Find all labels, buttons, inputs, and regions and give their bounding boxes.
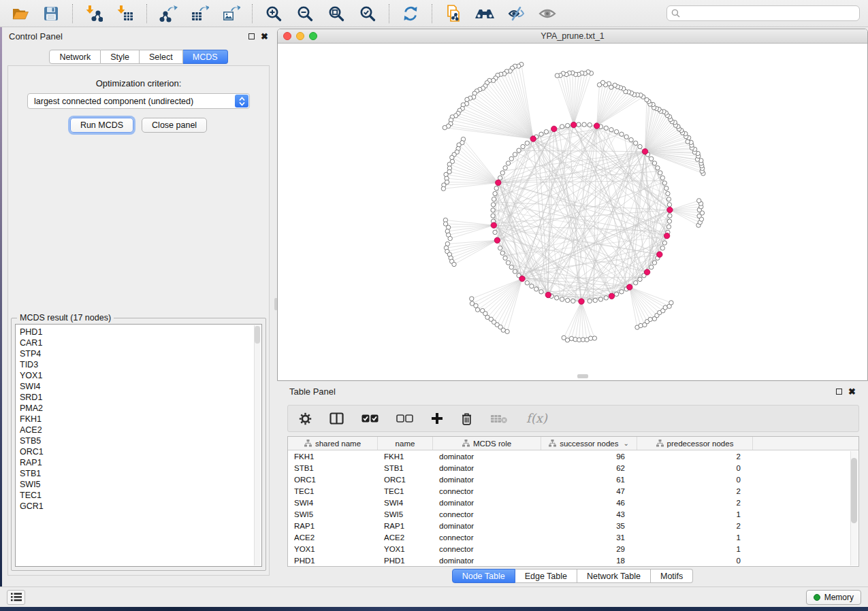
table-row[interactable]: ACE2ACE2connector311 <box>288 531 858 543</box>
node-table-body: FKH1FKH1dominator962STB1STB1dominator620… <box>288 450 858 566</box>
column-header-shared-name[interactable]: shared name <box>288 437 378 450</box>
table-row[interactable]: SWI4SWI4dominator462 <box>288 497 858 508</box>
deselect-all-rows-icon[interactable] <box>396 414 413 423</box>
toolbar-separator <box>432 4 432 23</box>
network-window-title: YPA_prune.txt_1 <box>278 31 867 41</box>
mcds-result-item[interactable]: ORC1 <box>20 446 261 457</box>
mcds-tab-content: Optimization criterion: largest connecte… <box>7 65 270 576</box>
import-table-icon[interactable] <box>111 3 140 24</box>
mcds-result-item[interactable]: CAR1 <box>20 337 261 348</box>
mcds-result-item[interactable]: STP4 <box>20 348 261 359</box>
hide-selected-icon[interactable] <box>502 3 530 24</box>
table-row[interactable]: TEC1TEC1connector472 <box>288 485 858 497</box>
mcds-result-item[interactable]: STB5 <box>20 435 261 446</box>
network-canvas[interactable] <box>278 44 867 381</box>
table-row[interactable]: YOX1YOX1connector291 <box>288 543 858 555</box>
column-header-predecessor-nodes[interactable]: predecessor nodes <box>637 437 753 450</box>
float-table-panel-icon[interactable] <box>836 389 842 395</box>
tab-network[interactable]: Network <box>49 50 101 64</box>
criterion-dropdown-value: largest connected component (undirected) <box>34 97 193 106</box>
show-all-icon[interactable] <box>533 3 562 24</box>
tab-style[interactable]: Style <box>101 50 140 64</box>
tab-select[interactable]: Select <box>140 50 183 64</box>
tab-edge-table[interactable]: Edge Table <box>515 569 577 583</box>
mcds-result-item[interactable]: RAP1 <box>20 457 261 468</box>
table-toolbar: f(x) <box>287 405 859 432</box>
table-panel-tabs: Node TableEdge TableNetwork TableMotifs <box>277 569 868 583</box>
toolbar-separator <box>389 4 389 23</box>
import-network-icon[interactable] <box>80 3 108 24</box>
export-table-icon[interactable] <box>185 3 214 24</box>
criterion-dropdown[interactable]: largest connected component (undirected) <box>27 93 250 109</box>
export-network-icon[interactable] <box>154 3 182 24</box>
zoom-in-icon[interactable] <box>259 3 288 24</box>
node-table-header: shared namenameMCDS rolesuccessor nodes⌄… <box>288 437 858 450</box>
open-file-icon[interactable] <box>5 3 34 24</box>
tab-network-table[interactable]: Network Table <box>577 569 651 583</box>
column-header-name[interactable]: name <box>378 437 433 450</box>
table-panel-title: Table Panel <box>289 386 336 397</box>
zoom-fit-icon[interactable] <box>322 3 351 24</box>
control-panel-title: Control Panel <box>9 31 63 42</box>
dropdown-stepper-icon <box>235 95 248 108</box>
horizontal-splitter-handle[interactable] <box>577 374 588 378</box>
mcds-result-item[interactable]: SWI5 <box>20 479 261 490</box>
search-input[interactable] <box>684 9 855 18</box>
mcds-result-item[interactable]: PHD1 <box>20 327 261 337</box>
run-mcds-button[interactable]: Run MCDS <box>70 118 133 133</box>
zoom-out-icon[interactable] <box>291 3 319 24</box>
table-row[interactable]: RAP1RAP1dominator352 <box>288 520 858 531</box>
network-graph[interactable] <box>278 44 867 381</box>
column-chooser-icon[interactable] <box>329 412 344 425</box>
mcds-result-item[interactable]: FKH1 <box>20 414 261 425</box>
table-scrollbar[interactable] <box>850 451 858 565</box>
table-settings-gear-icon[interactable] <box>299 412 312 425</box>
mcds-result-list[interactable]: PHD1CAR1STP4TID3YOX1SWI4SRD1PMA2FKH1ACE2… <box>15 324 262 567</box>
tab-motifs[interactable]: Motifs <box>651 569 693 583</box>
mcds-result-item[interactable]: TID3 <box>20 359 261 370</box>
svg-text:f(x): f(x) <box>526 411 548 425</box>
table-row[interactable]: PHD1PHD1dominator180 <box>288 555 858 566</box>
close-panel-button[interactable]: Close panel <box>142 118 207 133</box>
mcds-result-item[interactable]: GCR1 <box>20 501 261 512</box>
delete-column-icon[interactable] <box>461 412 472 425</box>
table-row[interactable]: FKH1FKH1dominator962 <box>288 450 858 462</box>
zoom-selected-icon[interactable] <box>353 3 382 24</box>
column-header-successor-nodes[interactable]: successor nodes⌄ <box>541 437 637 450</box>
first-neighbors-icon[interactable] <box>470 3 499 24</box>
toolbar-separator <box>72 4 73 23</box>
table-scrollbar-thumb[interactable] <box>851 458 857 523</box>
desktop-wallpaper-strip <box>0 607 868 611</box>
mcds-result-item[interactable]: PMA2 <box>20 403 261 414</box>
mcds-result-item[interactable]: TEC1 <box>20 490 261 501</box>
refresh-icon[interactable] <box>396 3 425 24</box>
float-panel-icon[interactable] <box>248 33 255 39</box>
close-panel-icon[interactable]: ✖ <box>261 33 268 39</box>
copy-network-icon[interactable] <box>439 3 468 24</box>
export-image-icon[interactable] <box>216 3 245 24</box>
close-table-panel-icon[interactable]: ✖ <box>848 389 856 395</box>
memory-button[interactable]: Memory <box>806 590 861 605</box>
column-header-MCDS-role[interactable]: MCDS role <box>433 437 541 450</box>
select-all-rows-icon[interactable] <box>361 414 379 423</box>
table-row[interactable]: SWI5SWI5connector431 <box>288 508 858 520</box>
tab-node-table[interactable]: Node Table <box>452 569 515 583</box>
mcds-list-scrollbar[interactable] <box>254 325 261 565</box>
network-window-titlebar[interactable]: YPA_prune.txt_1 <box>278 29 867 44</box>
mcds-result-item[interactable]: STB1 <box>20 468 261 479</box>
mcds-result-item[interactable]: YOX1 <box>20 370 261 381</box>
control-panel-tabs: NetworkStyleSelectMCDS <box>2 50 275 64</box>
cytoscape-app: Control Panel ✖ NetworkStyleSelectMCDS O… <box>0 0 868 611</box>
network-view-window: YPA_prune.txt_1 <box>277 29 868 381</box>
mcds-result-item[interactable]: SWI4 <box>20 381 261 392</box>
task-history-button[interactable] <box>7 590 25 605</box>
table-row[interactable]: STB1STB1dominator620 <box>288 462 858 474</box>
mcds-result-item[interactable]: ACE2 <box>20 425 261 435</box>
mcds-result-item[interactable]: SRD1 <box>20 392 261 403</box>
table-row[interactable]: ORC1ORC1dominator610 <box>288 474 858 485</box>
control-panel-titlebar: Control Panel ✖ <box>2 27 275 45</box>
save-session-icon[interactable] <box>37 3 65 24</box>
tab-mcds[interactable]: MCDS <box>183 50 228 64</box>
control-panel: Control Panel ✖ NetworkStyleSelectMCDS O… <box>2 27 275 587</box>
add-column-icon[interactable] <box>431 412 443 425</box>
